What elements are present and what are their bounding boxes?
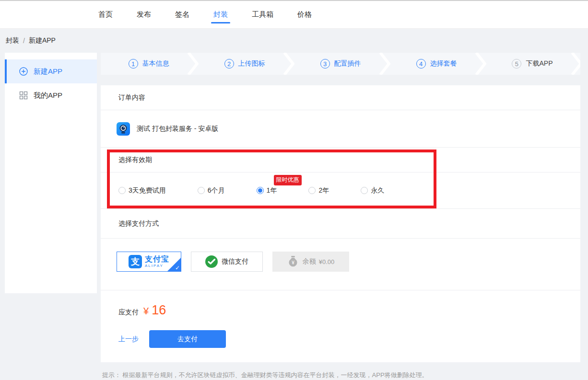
payment-option-balance: ¥ 余额 ¥0.00	[272, 252, 349, 272]
radio-option-label: 永久	[371, 186, 384, 195]
nav-item-sign[interactable]: 签名	[175, 1, 189, 28]
content: 1 基本信息 2 上传图标 3 配置插件 4 选择套餐 5 下载APP	[101, 53, 580, 380]
breadcrumb-section[interactable]: 封装	[6, 36, 19, 45]
sidebar-item-label: 我的APP	[34, 91, 62, 100]
wechat-label: 微信支付	[222, 257, 248, 266]
step-label: 下载APP	[526, 59, 553, 68]
checkout-section: 应支付 ¥ 16 上一步 去支付	[101, 290, 580, 362]
step-chevron-icon	[571, 53, 580, 75]
step-label: 上传图标	[238, 59, 265, 68]
top-nav: 首页 发布 签名 封装 工具箱 价格	[0, 0, 588, 29]
radio-option-2-years[interactable]: 2年	[308, 186, 329, 195]
currency-symbol: ¥	[143, 306, 149, 317]
breadcrumb-separator: /	[23, 37, 25, 45]
alipay-logo-icon: 支	[129, 255, 142, 268]
order-card: 订单内容	[101, 85, 580, 362]
radio-icon[interactable]	[118, 187, 126, 194]
radio-option-label: 2年	[318, 186, 329, 195]
amount-label: 应支付	[118, 308, 139, 317]
step-number: 5	[512, 59, 521, 69]
radio-option-label: 1年	[267, 186, 277, 195]
amount-line: 应支付 ¥ 16	[118, 303, 580, 318]
sidebar-item-label: 新建APP	[34, 67, 62, 76]
radio-option-label: 3天免费试用	[129, 186, 166, 195]
main-layout: 新建APP 我的APP 1 基本信息 2	[0, 53, 588, 380]
order-app-row: 测试 打包封装服务 - 安卓版	[101, 110, 580, 148]
radio-option-label: 6个月	[208, 186, 225, 195]
buttons-row: 上一步 去支付	[118, 330, 580, 348]
sidebar: 新建APP 我的APP	[5, 53, 97, 293]
nav-item-toolbox[interactable]: 工具箱	[252, 1, 273, 28]
order-app-name: 测试 打包封装服务 - 安卓版	[137, 125, 218, 133]
alipay-text: 支付宝 ALIPAY	[145, 255, 169, 268]
step-label: 配置插件	[334, 59, 361, 68]
nav-item-package[interactable]: 封装	[213, 1, 228, 28]
breadcrumb-current: 新建APP	[29, 36, 56, 45]
step-number: 4	[416, 59, 426, 69]
breadcrumb: 封装 / 新建APP	[0, 29, 588, 53]
validity-section: 选择有效期 3天免费试用 6个月 限时优惠 1年	[101, 148, 580, 209]
sidebar-item-new-app[interactable]: 新建APP	[5, 59, 97, 83]
alipay-label: 支付宝	[145, 255, 169, 263]
payment-section-title: 选择支付方式	[101, 209, 580, 239]
radio-option-3day-trial[interactable]: 3天免费试用	[118, 186, 166, 195]
step-configure-plugins: 3 配置插件	[293, 53, 388, 75]
radio-icon[interactable]	[361, 187, 368, 194]
order-section-title: 订单内容	[101, 85, 580, 110]
wechat-pay-icon	[205, 255, 218, 268]
step-select-plan: 4 选择套餐	[388, 53, 484, 75]
payment-option-alipay[interactable]: 支 支付宝 ALIPAY ✓	[117, 252, 181, 272]
radio-option-forever[interactable]: 永久	[361, 186, 384, 195]
step-label: 选择套餐	[430, 59, 457, 68]
checkmark-icon: ✓	[175, 265, 180, 271]
promo-badge: 限时优惠	[274, 175, 302, 185]
alipay-sub-label: ALIPAY	[145, 264, 169, 268]
money-bag-icon: ¥	[287, 255, 299, 268]
step-download-app: 5 下载APP	[484, 53, 580, 75]
radio-icon[interactable]	[198, 187, 205, 194]
nav-item-pricing[interactable]: 价格	[297, 1, 312, 28]
plus-circle-icon	[19, 67, 28, 76]
nav-item-publish[interactable]: 发布	[137, 1, 151, 28]
grid-icon	[19, 91, 28, 100]
step-number: 3	[320, 59, 330, 69]
payment-option-wechat[interactable]: 微信支付	[191, 252, 263, 272]
sidebar-item-my-apps[interactable]: 我的APP	[5, 83, 97, 107]
radio-icon[interactable]	[257, 187, 264, 194]
step-number: 1	[129, 59, 138, 69]
footer-note: 提示： 根据最新平台规则，不允许区块链虚拟币、金融理财类等违规内容在平台封装，一…	[101, 362, 580, 380]
step-basic-info: 1 基本信息	[101, 53, 197, 75]
steps-bar: 1 基本信息 2 上传图标 3 配置插件 4 选择套餐 5 下载APP	[101, 53, 580, 75]
previous-step-link[interactable]: 上一步	[118, 335, 139, 344]
validity-options-row: 3天免费试用 6个月 限时优惠 1年 2年	[101, 173, 580, 209]
balance-label: 余额	[303, 257, 316, 266]
validity-section-title: 选择有效期	[101, 148, 580, 173]
radio-icon[interactable]	[308, 187, 316, 194]
step-number: 2	[224, 59, 234, 69]
svg-text:¥: ¥	[291, 260, 294, 265]
go-to-pay-button[interactable]: 去支付	[149, 330, 226, 348]
step-label: 基本信息	[142, 59, 169, 68]
radio-option-6-months[interactable]: 6个月	[198, 186, 225, 195]
step-upload-icon: 2 上传图标	[197, 53, 293, 75]
app-icon	[117, 122, 130, 136]
nav-item-home[interactable]: 首页	[98, 1, 113, 28]
payment-methods-row: 支 支付宝 ALIPAY ✓ 微信支付	[101, 239, 580, 290]
balance-amount: ¥0.00	[319, 258, 335, 265]
radio-option-1-year[interactable]: 限时优惠 1年	[257, 186, 277, 195]
amount-value: 16	[152, 303, 166, 318]
